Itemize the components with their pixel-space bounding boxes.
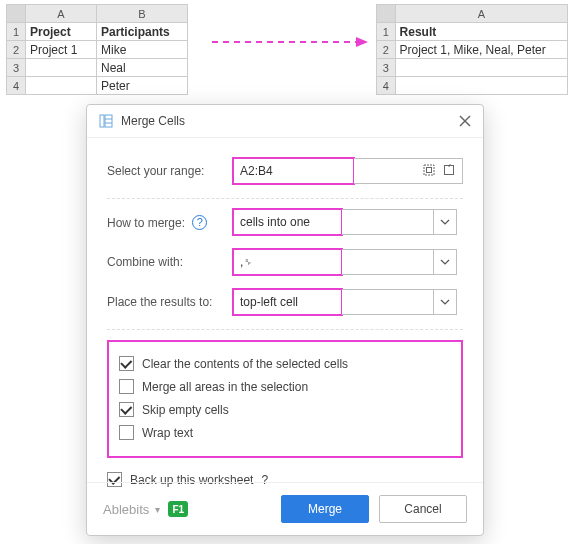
- place-results-select[interactable]: top-left cell: [233, 289, 342, 315]
- clear-contents-label: Clear the contents of the selected cells: [142, 357, 348, 371]
- cell[interactable]: Project: [26, 23, 97, 41]
- svg-rect-9: [427, 167, 432, 172]
- wrap-text-label: Wrap text: [142, 426, 193, 440]
- corner-cell: [377, 5, 396, 23]
- cancel-button[interactable]: Cancel: [379, 495, 467, 523]
- chevron-down-icon: ▾: [155, 504, 160, 515]
- dialog-titlebar: Merge Cells: [87, 105, 483, 138]
- row-header[interactable]: 3: [377, 59, 396, 77]
- merge-areas-label: Merge all areas in the selection: [142, 380, 308, 394]
- row-header[interactable]: 4: [377, 77, 396, 95]
- combine-with-dd[interactable]: [342, 249, 457, 275]
- cell[interactable]: Peter: [97, 77, 188, 95]
- help-icon[interactable]: ?: [192, 215, 207, 230]
- merge-button[interactable]: Merge: [281, 495, 369, 523]
- result-sheet: A 1 Result 2 Project 1, Mike, Neal, Pete…: [376, 4, 568, 95]
- dialog-title: Merge Cells: [121, 114, 185, 128]
- row-header[interactable]: 1: [7, 23, 26, 41]
- place-value: top-left cell: [240, 295, 298, 309]
- row-header[interactable]: 2: [377, 41, 396, 59]
- range-label: Select your range:: [107, 164, 233, 178]
- cell[interactable]: Mike: [97, 41, 188, 59]
- brand-label: Ablebits: [103, 502, 149, 517]
- chevron-down-icon: [433, 250, 456, 274]
- how-to-merge-dd[interactable]: [342, 209, 457, 235]
- chevron-down-icon: [433, 210, 456, 234]
- combine-value: ,␠: [240, 255, 253, 269]
- close-icon: [458, 114, 472, 128]
- combine-label: Combine with:: [107, 255, 233, 269]
- cell[interactable]: Neal: [97, 59, 188, 77]
- col-header[interactable]: A: [26, 5, 97, 23]
- merge-cells-dialog: Merge Cells Select your range: A2:B4: [86, 104, 484, 536]
- svg-rect-8: [424, 165, 434, 175]
- select-range-icon[interactable]: [422, 163, 436, 180]
- place-label: Place the results to:: [107, 295, 233, 309]
- skip-empty-label: Skip empty cells: [142, 403, 229, 417]
- col-header[interactable]: A: [395, 5, 567, 23]
- combine-with-select[interactable]: ,␠: [233, 249, 342, 275]
- place-results-dd[interactable]: [342, 289, 457, 315]
- cell[interactable]: [395, 77, 567, 95]
- skip-empty-checkbox[interactable]: [119, 402, 134, 417]
- arrow-right-icon: [210, 35, 370, 49]
- wrap-text-checkbox[interactable]: [119, 425, 134, 440]
- how-label: How to merge: ?: [107, 215, 233, 230]
- divider: [107, 329, 463, 330]
- svg-rect-2: [100, 115, 104, 127]
- row-header[interactable]: 4: [7, 77, 26, 95]
- chevron-down-icon: [433, 290, 456, 314]
- row-header[interactable]: 1: [377, 23, 396, 41]
- range-input-extra[interactable]: [354, 158, 463, 184]
- cell[interactable]: [395, 59, 567, 77]
- expand-range-icon[interactable]: [442, 163, 456, 180]
- f1-help-button[interactable]: F1: [168, 501, 188, 517]
- col-header[interactable]: B: [97, 5, 188, 23]
- range-value: A2:B4: [240, 164, 273, 178]
- dialog-footer: Ablebits ▾ F1 Merge Cancel: [87, 482, 483, 535]
- clear-contents-checkbox[interactable]: [119, 356, 134, 371]
- merge-icon: [99, 114, 113, 128]
- cell[interactable]: Project 1: [26, 41, 97, 59]
- cell[interactable]: Participants: [97, 23, 188, 41]
- merge-areas-checkbox[interactable]: [119, 379, 134, 394]
- range-input[interactable]: A2:B4: [233, 158, 354, 184]
- cell[interactable]: [26, 77, 97, 95]
- cell[interactable]: Project 1, Mike, Neal, Peter: [395, 41, 567, 59]
- cell[interactable]: Result: [395, 23, 567, 41]
- source-sheet: A B 1 Project Participants 2 Project 1 M…: [6, 4, 188, 95]
- cell[interactable]: [26, 59, 97, 77]
- options-group: Clear the contents of the selected cells…: [107, 340, 463, 458]
- svg-rect-3: [105, 115, 112, 127]
- brand-link[interactable]: Ablebits ▾: [103, 502, 160, 517]
- svg-marker-1: [356, 37, 368, 47]
- divider: [107, 198, 463, 199]
- close-button[interactable]: [457, 113, 473, 129]
- corner-cell: [7, 5, 26, 23]
- row-header[interactable]: 3: [7, 59, 26, 77]
- how-value: cells into one: [240, 215, 310, 229]
- row-header[interactable]: 2: [7, 41, 26, 59]
- how-to-merge-select[interactable]: cells into one: [233, 209, 342, 235]
